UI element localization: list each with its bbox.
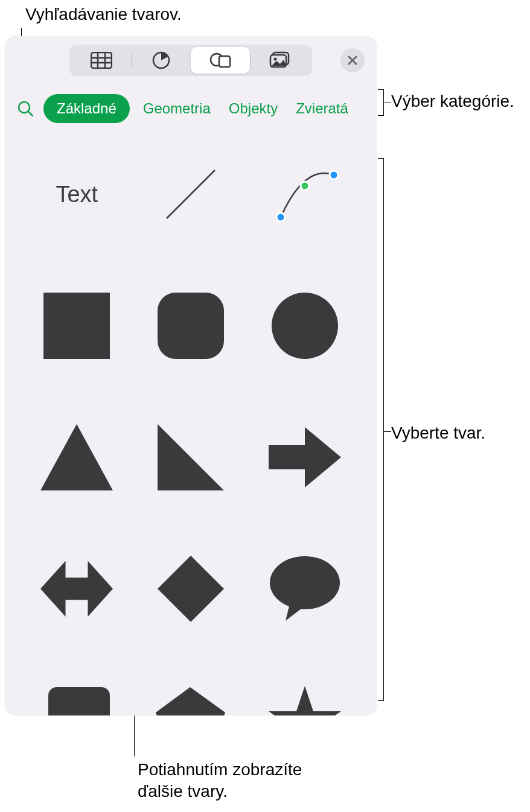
text-shape-label: Text (56, 182, 98, 208)
curve-icon (269, 158, 341, 230)
callout-select-shape: Vyberte tvar. (391, 422, 485, 444)
shape-speech-bubble-square[interactable] (40, 684, 113, 715)
svg-rect-27 (48, 687, 110, 715)
svg-point-25 (270, 556, 340, 609)
bracket-select (378, 158, 384, 701)
svg-marker-26 (286, 604, 304, 621)
shape-star[interactable] (269, 684, 341, 715)
shapes-grid[interactable]: Text (5, 134, 377, 715)
callout-category: Výber kategórie. (391, 90, 514, 112)
svg-marker-29 (156, 687, 225, 715)
shapes-icon (209, 51, 231, 69)
pentagon-icon (156, 687, 225, 715)
svg-marker-22 (269, 427, 341, 487)
callout-line-select (384, 431, 391, 432)
svg-marker-23 (40, 561, 113, 617)
shape-square[interactable] (40, 290, 113, 362)
category-row: Základné Geometria Objekty Zvieratá (5, 82, 377, 134)
svg-rect-0 (91, 52, 112, 68)
segmented-control (69, 45, 312, 76)
svg-line-12 (28, 112, 33, 116)
shapes-popover: Základné Geometria Objekty Zvieratá Text (5, 36, 377, 715)
line-icon (155, 158, 227, 230)
callout-line-category (384, 103, 391, 103)
chart-icon (152, 51, 170, 69)
tab-shapes[interactable] (191, 47, 250, 74)
triangle-icon (40, 424, 113, 490)
svg-line-13 (167, 170, 215, 218)
bracket-category (378, 89, 384, 116)
speech-bubble-round-icon (269, 556, 341, 622)
shape-triangle[interactable] (40, 421, 113, 493)
svg-point-14 (276, 213, 285, 221)
shape-right-triangle[interactable] (155, 421, 227, 493)
table-icon (91, 52, 112, 69)
category-objects[interactable]: Objekty (224, 94, 283, 123)
shape-curve[interactable] (269, 158, 341, 230)
star-icon (269, 686, 341, 716)
arrow-right-icon (269, 427, 341, 487)
media-icon (269, 51, 291, 69)
shape-speech-bubble-round[interactable] (269, 553, 341, 625)
shape-circle[interactable] (269, 290, 341, 362)
callout-search: Vyhľadávanie tvarov. (25, 4, 182, 25)
tab-charts[interactable] (132, 47, 191, 74)
shape-arrow-right[interactable] (269, 421, 341, 493)
callout-scroll-2: ďalšie tvary. (138, 781, 228, 802)
svg-marker-30 (269, 686, 341, 716)
tab-tables[interactable] (72, 47, 131, 74)
svg-point-16 (301, 182, 309, 190)
shape-arrow-bidirectional[interactable] (40, 553, 113, 625)
svg-point-10 (274, 58, 277, 61)
svg-point-19 (272, 293, 338, 359)
shape-pentagon[interactable] (155, 684, 227, 715)
right-triangle-icon (158, 424, 224, 490)
search-button[interactable] (16, 99, 35, 118)
shape-text[interactable]: Text (40, 158, 113, 230)
close-icon (348, 56, 357, 65)
callout-scroll-1: Potiahnutím zobrazíte (138, 759, 302, 781)
svg-rect-18 (158, 293, 224, 359)
diamond-icon (158, 556, 224, 622)
speech-bubble-square-icon (43, 687, 110, 715)
top-tabs (5, 36, 377, 82)
close-button[interactable] (340, 48, 365, 72)
svg-point-15 (330, 171, 338, 179)
svg-marker-20 (40, 424, 113, 490)
shape-line[interactable] (155, 158, 227, 230)
shape-rounded-square[interactable] (155, 290, 227, 362)
arrow-bidirectional-icon (40, 559, 113, 619)
svg-marker-21 (158, 424, 224, 490)
svg-marker-24 (158, 556, 224, 622)
circle-icon (272, 293, 338, 359)
rounded-square-icon (158, 293, 224, 359)
tab-media[interactable] (251, 47, 310, 74)
search-icon (17, 100, 34, 117)
svg-rect-7 (219, 56, 230, 67)
category-animals[interactable]: Zvieratá (291, 94, 353, 123)
square-icon (43, 293, 110, 359)
category-basic[interactable]: Základné (43, 94, 130, 123)
category-geometry[interactable]: Geometria (138, 94, 216, 123)
shape-diamond[interactable] (155, 553, 227, 625)
svg-rect-17 (43, 293, 110, 359)
